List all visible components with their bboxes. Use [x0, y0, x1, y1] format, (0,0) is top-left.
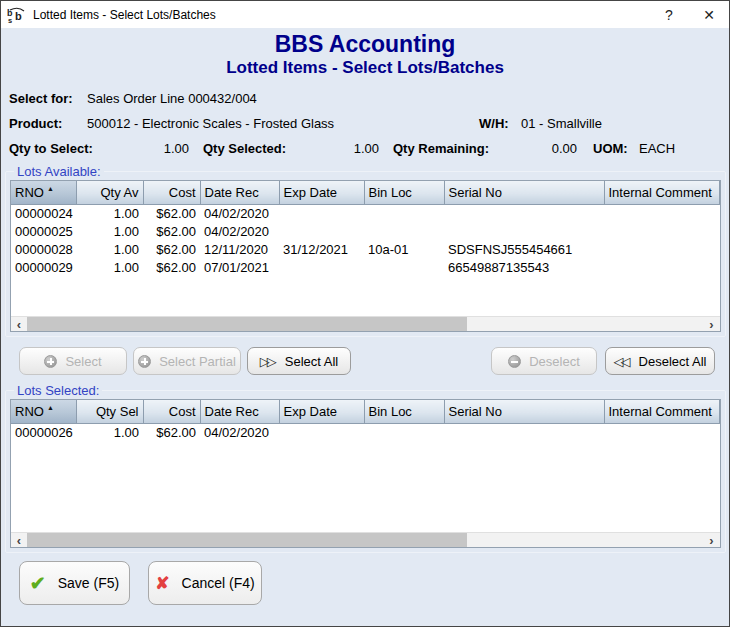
- column-header-internal-comment[interactable]: Internal Comment: [604, 181, 719, 204]
- page-subtitle: Lotted Items - Select Lots/Batches: [1, 57, 729, 78]
- table-row[interactable]: 000000261.00$62.0004/02/2020: [11, 423, 719, 441]
- lots-available-table: RNO▲Qty AvCostDate RecExp DateBin LocSer…: [11, 181, 720, 276]
- deselect-button-label: Deselect: [529, 354, 580, 369]
- scroll-thumb[interactable]: [27, 317, 467, 331]
- app-title: BBS Accounting: [1, 31, 729, 57]
- table-row[interactable]: 000000281.00$62.0012/11/202031/12/202110…: [11, 240, 719, 258]
- column-header-internal-comment[interactable]: Internal Comment: [604, 400, 719, 423]
- table-row[interactable]: 000000291.00$62.0007/01/2021665498871355…: [11, 258, 719, 276]
- deselect-all-button-label: Deselect All: [639, 354, 707, 369]
- select-button-label: Select: [65, 354, 101, 369]
- scroll-left-icon[interactable]: ‹: [11, 533, 27, 547]
- column-header-serial-no[interactable]: Serial No: [444, 181, 604, 204]
- uom-label: UOM:: [593, 141, 639, 156]
- sort-ascending-icon: ▲: [47, 404, 54, 411]
- lots-available-grid: RNO▲Qty AvCostDate RecExp DateBin LocSer…: [10, 180, 721, 332]
- select-partial-button-label: Select Partial: [159, 354, 236, 369]
- close-icon[interactable]: ✕: [689, 1, 729, 28]
- select-button[interactable]: Select: [19, 347, 127, 375]
- select-all-button-label: Select All: [285, 354, 338, 369]
- product-label: Product:: [9, 116, 87, 131]
- svg-text:b: b: [15, 10, 22, 22]
- check-icon: ✔: [30, 572, 46, 595]
- column-header-date-rec[interactable]: Date Rec: [200, 400, 279, 423]
- qty-remaining-label: Qty Remaining:: [393, 141, 505, 156]
- lots-selected-group: Lots Selected: RNO▲Qty SelCostDate RecEx…: [5, 383, 726, 553]
- column-header-cost[interactable]: Cost: [143, 181, 200, 204]
- select-for-label: Select for:: [9, 91, 87, 106]
- deselect-all-button[interactable]: ◁◁ Deselect All: [605, 347, 715, 375]
- minus-circle-icon: [508, 355, 521, 368]
- qty-to-select-label: Qty to Select:: [9, 141, 119, 156]
- svg-text:s: s: [8, 15, 12, 23]
- column-header-bin-loc[interactable]: Bin Loc: [364, 181, 444, 204]
- lots-available-hscrollbar[interactable]: ‹ ›: [11, 316, 720, 331]
- lots-selected-hscrollbar[interactable]: ‹ ›: [11, 532, 720, 547]
- double-chevron-right-icon: ▷▷: [260, 354, 277, 369]
- column-header-rno[interactable]: RNO▲: [11, 181, 76, 204]
- plus-circle-icon: [44, 355, 57, 368]
- plus-circle-icon: [138, 355, 151, 368]
- lots-selected-label: Lots Selected:: [14, 383, 102, 398]
- scroll-thumb[interactable]: [27, 533, 467, 547]
- qty-remaining-value: 0.00: [505, 141, 577, 156]
- lots-selected-table: RNO▲Qty SelCostDate RecExp DateBin LocSe…: [11, 400, 720, 441]
- column-header-date-rec[interactable]: Date Rec: [200, 181, 279, 204]
- save-button[interactable]: ✔ Save (F5): [19, 561, 130, 605]
- scroll-left-icon[interactable]: ‹: [11, 317, 27, 331]
- info-panel: Select for: Sales Order Line 000432/004 …: [9, 86, 721, 161]
- product-value: 500012 - Electronic Scales - Frosted Gla…: [87, 116, 479, 131]
- cancel-button[interactable]: ✘ Cancel (F4): [148, 561, 262, 605]
- qty-to-select-value: 1.00: [119, 141, 189, 156]
- title-bar: b s b Lotted Items - Select Lots/Batches…: [1, 1, 729, 28]
- scroll-track[interactable]: [27, 317, 704, 331]
- column-header-exp-date[interactable]: Exp Date: [279, 181, 364, 204]
- action-bar: Select Select Partial ▷▷ Select All Dese…: [19, 347, 715, 375]
- cross-icon: ✘: [155, 573, 169, 594]
- scroll-right-icon[interactable]: ›: [704, 317, 720, 331]
- lots-available-group: Lots Available: RNO▲Qty AvCostDate RecEx…: [5, 164, 726, 337]
- select-for-value: Sales Order Line 000432/004: [87, 91, 257, 106]
- column-header-qty-av[interactable]: Qty Av: [76, 181, 143, 204]
- column-header-bin-loc[interactable]: Bin Loc: [364, 400, 444, 423]
- column-header-cost[interactable]: Cost: [143, 400, 200, 423]
- lots-selected-grid: RNO▲Qty SelCostDate RecExp DateBin LocSe…: [10, 399, 721, 548]
- bbs-app-icon: b s b: [7, 7, 27, 23]
- table-row[interactable]: 000000251.00$62.0004/02/2020: [11, 222, 719, 240]
- table-row[interactable]: 000000241.00$62.0004/02/2020: [11, 204, 719, 222]
- column-header-qty-sel[interactable]: Qty Sel: [76, 400, 143, 423]
- qty-selected-value: 1.00: [311, 141, 379, 156]
- scroll-right-icon[interactable]: ›: [704, 533, 720, 547]
- scroll-track[interactable]: [27, 533, 704, 547]
- column-header-serial-no[interactable]: Serial No: [444, 400, 604, 423]
- sort-ascending-icon: ▲: [47, 185, 54, 192]
- deselect-button[interactable]: Deselect: [491, 347, 597, 375]
- save-button-label: Save (F5): [58, 575, 119, 591]
- help-button[interactable]: ?: [649, 1, 689, 28]
- uom-value: EACH: [639, 141, 675, 156]
- lots-available-label: Lots Available:: [14, 164, 104, 179]
- page-header: BBS Accounting Lotted Items - Select Lot…: [1, 31, 729, 78]
- column-header-rno[interactable]: RNO▲: [11, 400, 76, 423]
- cancel-button-label: Cancel (F4): [182, 575, 255, 591]
- warehouse-label: W/H:: [479, 116, 521, 131]
- dialog-window: b s b Lotted Items - Select Lots/Batches…: [0, 0, 730, 627]
- select-partial-button[interactable]: Select Partial: [133, 347, 241, 375]
- window-title: Lotted Items - Select Lots/Batches: [33, 8, 649, 22]
- warehouse-value: 01 - Smallville: [521, 116, 602, 131]
- footer-bar: ✔ Save (F5) ✘ Cancel (F4): [19, 561, 729, 605]
- double-chevron-left-icon: ◁◁: [614, 354, 631, 369]
- qty-selected-label: Qty Selected:: [203, 141, 311, 156]
- select-all-button[interactable]: ▷▷ Select All: [247, 347, 351, 375]
- column-header-exp-date[interactable]: Exp Date: [279, 400, 364, 423]
